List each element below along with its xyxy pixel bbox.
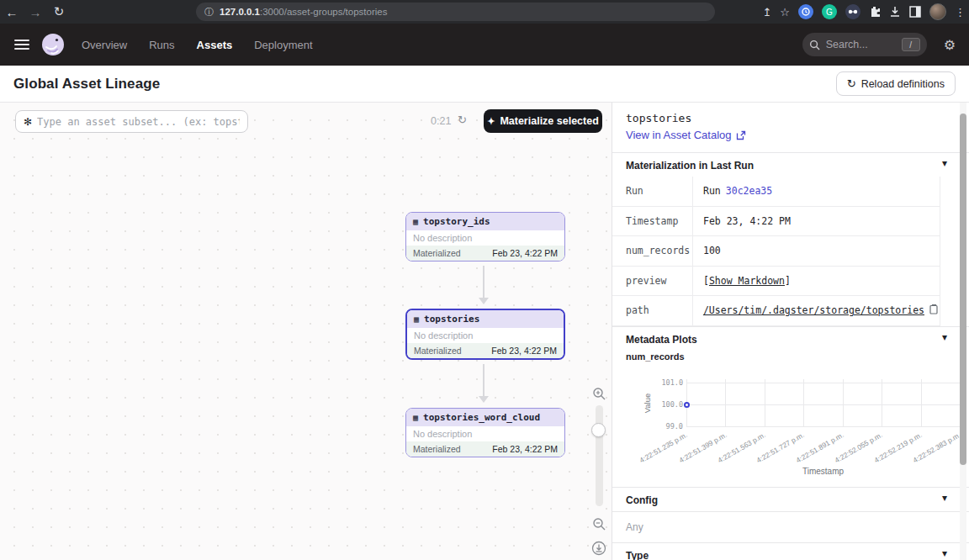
glasses-extension-icon[interactable] [845,4,860,19]
asset-node-timestamp: Feb 23, 4:22 PM [491,346,557,356]
address-bar[interactable]: ⓘ 127.0.0.1:3000/asset-groups/topstories [196,3,715,21]
collapse-caret-icon[interactable]: ▾ [942,547,947,559]
grid-vline [882,379,882,427]
zoom-slider-handle[interactable] [591,423,606,437]
nav-item-runs[interactable]: Runs [149,39,174,51]
search-input[interactable] [826,39,902,50]
section-title: Metadata Plots [626,334,697,346]
edge-line [483,364,484,396]
asset-node-footer: Materialized Feb 23, 4:22 PM [406,246,564,261]
timestamp-value: Feb 23, 4:22 PM [693,207,940,236]
collapse-caret-icon[interactable]: ▾ [942,492,947,504]
run-prefix: Run [703,185,721,197]
panel-scrollbar-thumb[interactable] [960,114,966,465]
asset-graph-canvas[interactable]: ✻ 0:21 ↻ ✦ Materialize selected ▦ topsto… [0,103,612,560]
extension-icon-blue[interactable] [798,4,813,19]
asset-detail-panel: topstories View in Asset Catalog Materia… [612,103,969,560]
plot-title: num_records [626,351,685,362]
path-link[interactable]: /Users/tim/.dagster/storage/topstories [703,304,924,316]
run-id-link[interactable]: 30c2ea35 [726,185,772,197]
copy-icon[interactable] [929,304,940,314]
screen: ← → ↻ ⓘ 127.0.0.1:3000/asset-groups/tops… [0,0,969,560]
table-row-timestamp: Timestamp Feb 23, 4:22 PM [612,207,940,237]
site-info-icon[interactable]: ⓘ [204,6,214,18]
section-title: Type [626,550,649,560]
graph-refresh-icon[interactable]: ↻ [458,114,467,126]
url-path: :3000/asset-groups/topstories [260,7,388,17]
refresh-countdown: 0:21 [431,115,451,127]
zoom-slider-track[interactable] [596,405,603,506]
bracket-close: ] [785,275,791,287]
y-tick-label: 99.0 [646,422,683,431]
asset-node-topstory-ids[interactable]: ▦ topstory_ids No description Materializ… [405,212,565,262]
section-config[interactable]: Config ▾ [612,487,969,512]
grid-vline [725,379,726,427]
grammarly-extension-icon[interactable]: G [822,4,837,19]
profile-avatar[interactable] [929,3,946,20]
nav-item-assets[interactable]: Assets [197,39,233,51]
asset-node-timestamp: Feb 23, 4:22 PM [492,444,558,454]
section-materialization[interactable]: Materialization in Last Run ▾ [612,152,969,177]
row-key: num_records [612,236,693,266]
section-metadata-plots[interactable]: Metadata Plots ▾ [612,326,969,351]
materialize-selected-button[interactable]: ✦ Materialize selected [484,109,602,133]
zoom-in-icon[interactable] [592,387,606,401]
asset-filter-box[interactable]: ✻ [15,110,248,133]
x-axis-title: Timestamp [686,467,960,476]
browser-forward-button[interactable]: → [24,5,47,19]
browser-reload-button[interactable]: ↻ [47,4,71,19]
nav-item-deployment[interactable]: Deployment [254,39,312,51]
collapse-caret-icon[interactable]: ▾ [942,331,947,343]
collapse-caret-icon[interactable]: ▾ [942,157,947,169]
downloads-icon[interactable] [889,6,901,18]
asset-node-name: topstories [424,314,479,325]
row-key: Run [612,177,693,206]
materialize-selected-label: Materialize selected [500,115,598,127]
dagster-logo[interactable] [41,33,65,56]
sparkle-icon: ✦ [487,116,495,127]
zoom-out-icon[interactable] [592,517,606,531]
reload-definitions-button[interactable]: ↻ Reload definitions [836,71,956,96]
side-panel-icon[interactable] [909,6,921,18]
bracket-open: [ [703,275,709,287]
page-title: Global Asset Lineage [13,76,160,92]
share-icon[interactable]: ↥ [762,6,771,18]
asset-node-description: No description [406,426,564,441]
asset-node-description: No description [406,230,564,246]
asset-node-status: Materialized [413,444,461,454]
asset-filter-input[interactable] [37,116,240,128]
nav-item-overview[interactable]: Overview [82,39,127,51]
asset-node-topstories[interactable]: ▦ topstories No description Materialized… [405,309,565,360]
grid-vline [843,379,844,427]
asset-node-footer: Materialized Feb 23, 4:22 PM [407,343,564,358]
bookmark-star-icon[interactable]: ☆ [780,6,790,18]
table-row-preview: preview [Show Markdown] [612,267,940,297]
main-content: ✻ 0:21 ↻ ✦ Materialize selected ▦ topsto… [0,103,969,560]
table-icon: ▦ [413,217,418,226]
num-records-value: 100 [693,236,940,266]
extensions-puzzle-icon[interactable] [869,6,881,18]
settings-gear-icon[interactable]: ⚙ [944,37,956,53]
hamburger-menu-icon[interactable] [14,37,29,52]
asset-node-status: Materialized [413,248,461,258]
edge-line [483,266,484,298]
browser-menu-kebab-icon[interactable]: ⋮ [955,6,966,18]
table-row-path: path /Users/tim/.dagster/storage/topstor… [612,296,940,326]
data-point[interactable] [684,402,690,408]
asset-node-name: topstory_ids [423,216,490,227]
view-in-asset-catalog-link[interactable]: View in Asset Catalog [626,129,746,141]
page-header: Global Asset Lineage ↻ Reload definition… [0,66,969,103]
app-nav-bar: Overview Runs Assets Deployment / ⚙ [0,24,969,66]
fit-view-icon[interactable] [591,541,606,556]
row-key: Timestamp [612,207,693,236]
edge-arrowhead [479,396,489,403]
asset-node-topstories-word-cloud[interactable]: ▦ topstories_word_cloud No description M… [405,408,565,457]
global-search[interactable]: / [802,33,927,56]
search-shortcut-badge: / [902,38,920,51]
browser-chrome: ← → ↻ ⓘ 127.0.0.1:3000/asset-groups/tops… [0,0,969,24]
section-type[interactable]: Type ▾ [612,542,969,560]
grid-vline [921,379,922,427]
show-markdown-link[interactable]: Show Markdown [709,275,785,287]
browser-back-button[interactable]: ← [0,5,24,19]
table-icon: ▦ [414,314,419,324]
